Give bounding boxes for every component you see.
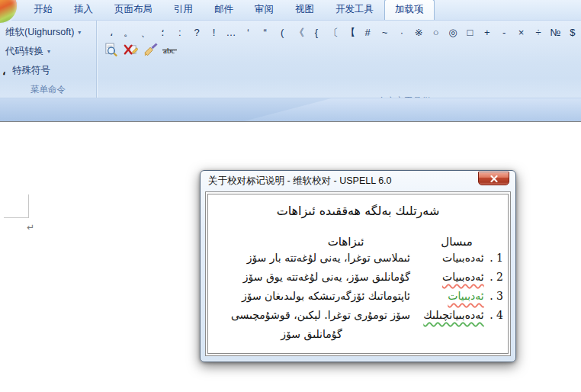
menu-uighursoft[interactable]: 维软(Uighursoft) ▾ bbox=[0, 24, 96, 41]
symbol-button[interactable]: ؛ bbox=[154, 26, 171, 39]
symbol-button[interactable]: … bbox=[223, 26, 239, 39]
menu-code-convert[interactable]: 代码转换 ▾ bbox=[0, 43, 96, 60]
chevron-down-icon: ▾ bbox=[47, 48, 50, 55]
explanation-text: ئىملاسى توغرا، يەنى لۇغەتتە بار سۆز bbox=[213, 249, 410, 268]
explanation-text: گۇمانلىق سۆز، يەنى لۇغەتتە يوق سۆز bbox=[213, 268, 410, 287]
row-number: 4 . bbox=[487, 309, 503, 321]
paragraph-mark: ↵ bbox=[27, 222, 34, 233]
spellcheck-button[interactable] bbox=[102, 42, 119, 58]
dialog-title: 关于校对标记说明 - 维软校对 - USPELL 6.0 bbox=[201, 171, 515, 191]
menu-special-symbols-label: 特殊符号 bbox=[12, 64, 50, 77]
brush-icon bbox=[143, 43, 158, 57]
row-number: 3 . bbox=[487, 290, 503, 302]
red-x-pencil-icon bbox=[124, 43, 138, 57]
ribbon-tab[interactable]: 审阅 bbox=[244, 0, 284, 20]
column-header-explanation: ئىزاھات bbox=[213, 235, 410, 249]
chevron-down-icon: ▾ bbox=[78, 29, 81, 36]
ribbon-bottom-gloss-band bbox=[0, 98, 581, 122]
explanation-text: ئاپتوماتىك ئۆزگەرتىشكە بولىدىغان سۆز bbox=[213, 287, 410, 306]
example-word: 1 . ئەدەبىيات bbox=[410, 249, 503, 268]
symbol-button[interactable]: “ bbox=[257, 26, 274, 39]
ribbon-tab[interactable]: 开始 bbox=[23, 0, 63, 20]
group-label-menu-commands: 菜单命令 bbox=[0, 84, 96, 95]
example-word-text-red-wavy: ئەدەبىيات bbox=[442, 271, 484, 283]
symbol-button[interactable]: 【 bbox=[342, 26, 358, 39]
symbol-button[interactable]: ! bbox=[205, 26, 222, 39]
legend-row: 2 . ئەدەبىيات گۇمانلىق سۆز، يەنى لۇغەتتە… bbox=[213, 268, 503, 287]
menu-uighursoft-label: 维软(Uighursoft) bbox=[5, 26, 74, 39]
ribbon-addins-pane: 维软(Uighursoft) ▾ 代码转换 ▾ ، 特殊符号 菜单命令 ،。、؛… bbox=[0, 21, 581, 98]
symbol-button[interactable]: □ bbox=[461, 26, 478, 39]
proofing-tool-row: abc bbox=[97, 39, 581, 58]
symbol-button[interactable]: ○ bbox=[427, 26, 444, 39]
legend-row: 1 . ئەدەبىيات ئىملاسى توغرا، يەنى لۇغەتت… bbox=[213, 249, 503, 268]
symbol-button-row: ،。、؛:?!…‘“(《{〔【#~·※○◎□+-×÷№$¥ bbox=[97, 21, 581, 39]
ribbon-tab[interactable]: 视图 bbox=[284, 0, 325, 20]
symbol-button[interactable]: ? bbox=[188, 26, 205, 39]
ribbon-tab[interactable]: 引用 bbox=[163, 0, 204, 20]
example-word-text-green-wavy: ئەدەبىياتچىلىك bbox=[423, 309, 483, 321]
uspell-about-dialog: 关于校对标记说明 - 维软校对 - USPELL 6.0 شەرتلىك بەل… bbox=[200, 170, 516, 362]
symbol-button[interactable]: 、 bbox=[137, 26, 154, 39]
symbol-button[interactable]: ‘ bbox=[239, 26, 256, 39]
symbol-button[interactable]: № bbox=[547, 26, 563, 39]
ribbon-tab-bar: 开始插入页面布局引用邮件审阅视图开发工具加载项 bbox=[0, 0, 581, 21]
ribbon-tab[interactable]: 开发工具 bbox=[325, 0, 384, 20]
example-word-text-green-red-wavy: ئەدبىيات bbox=[448, 290, 483, 302]
symbol-button[interactable]: × bbox=[512, 26, 529, 39]
symbol-button[interactable]: $ bbox=[564, 26, 581, 39]
example-word: 2 . ئەدەبىيات bbox=[410, 268, 503, 287]
symbol-button[interactable]: ~ bbox=[376, 26, 393, 39]
example-spacer bbox=[410, 325, 503, 344]
example-word: 3 . ئەدبىيات bbox=[410, 287, 503, 306]
symbol-button[interactable]: - bbox=[496, 26, 512, 39]
ribbon-tab[interactable]: 加载项 bbox=[384, 0, 435, 20]
symbol-button[interactable]: ، bbox=[103, 26, 120, 39]
abc-strikethrough-icon: abc bbox=[162, 43, 178, 57]
legend-row: 4 . ئەدەبىياتچىلىك سۆز تومۇرى توغرا. لېك… bbox=[213, 306, 503, 325]
document-canvas[interactable]: ↵ 关于校对标记说明 - 维软校对 - USPELL 6.0 شەرتلىك ب… bbox=[0, 122, 581, 392]
close-icon bbox=[490, 175, 498, 182]
symbol-button[interactable]: 。 bbox=[120, 26, 136, 39]
ribbon-tab[interactable]: 插入 bbox=[63, 0, 104, 20]
legend-panel: شەرتلىك بەلگە ھەققىدە ئىزاھات مىسال ئىزا… bbox=[207, 194, 509, 354]
symbol-button[interactable]: · bbox=[393, 26, 410, 39]
comma-symbol-icon: ، bbox=[2, 67, 11, 75]
ribbon-tab[interactable]: 页面布局 bbox=[104, 0, 163, 20]
symbol-button[interactable]: ◎ bbox=[445, 26, 461, 39]
legend-column-headers: مىسال ئىزاھات bbox=[213, 235, 503, 249]
symbol-button[interactable]: # bbox=[359, 26, 376, 39]
menu-code-convert-label: 代码转换 bbox=[5, 45, 43, 58]
remove-markup-button[interactable] bbox=[122, 42, 139, 58]
dialog-content-panel: شەرتلىك بەلگە ھەققىدە ئىزاھات مىسال ئىزا… bbox=[205, 191, 511, 356]
column-header-example: مىسال bbox=[410, 235, 503, 249]
example-word-text: ئەدەبىيات bbox=[442, 252, 484, 264]
explanation-text-line2: گۇمانلىق سۆز bbox=[213, 325, 410, 344]
row-number: 1 . bbox=[487, 252, 503, 264]
symbol-button[interactable]: + bbox=[479, 26, 496, 39]
row-number: 2 . bbox=[487, 271, 503, 283]
symbol-button[interactable]: : bbox=[172, 26, 188, 39]
symbol-button[interactable]: ※ bbox=[410, 26, 427, 39]
legend-row-continuation: گۇمانلىق سۆز bbox=[213, 325, 503, 344]
legend-row: 3 . ئەدبىيات ئاپتوماتىك ئۆزگەرتىشكە بولى… bbox=[213, 287, 503, 306]
explanation-text: سۆز تومۇرى توغرا. لېكىن، قوشۇمچىسى bbox=[213, 306, 410, 325]
symbol-button[interactable]: ÷ bbox=[530, 26, 547, 39]
page-margin-corner-mark bbox=[4, 194, 29, 218]
close-button[interactable] bbox=[478, 172, 509, 185]
custom-toolbar-group: ،。、؛:?!…‘“(《{〔【#~·※○◎□+-×÷№$¥ bbox=[97, 21, 581, 98]
menu-special-symbols[interactable]: ، 特殊符号 bbox=[0, 62, 96, 79]
ribbon-tab[interactable]: 邮件 bbox=[204, 0, 244, 20]
document-magnifier-icon bbox=[104, 43, 118, 57]
format-brush-button[interactable] bbox=[142, 42, 159, 58]
legend-heading: شەرتلىك بەلگە ھەققىدە ئىزاھات bbox=[213, 204, 503, 218]
symbol-button[interactable]: 〔 bbox=[325, 26, 342, 39]
example-word: 4 . ئەدەبىياتچىلىك bbox=[410, 306, 503, 325]
symbol-button[interactable]: ( bbox=[274, 26, 290, 39]
symbol-button[interactable]: { bbox=[308, 26, 325, 39]
strike-abc-button[interactable]: abc bbox=[162, 42, 178, 58]
menu-commands-group: 维软(Uighursoft) ▾ 代码转换 ▾ ، 特殊符号 菜单命令 bbox=[0, 21, 97, 98]
symbol-button[interactable]: 《 bbox=[290, 26, 307, 39]
